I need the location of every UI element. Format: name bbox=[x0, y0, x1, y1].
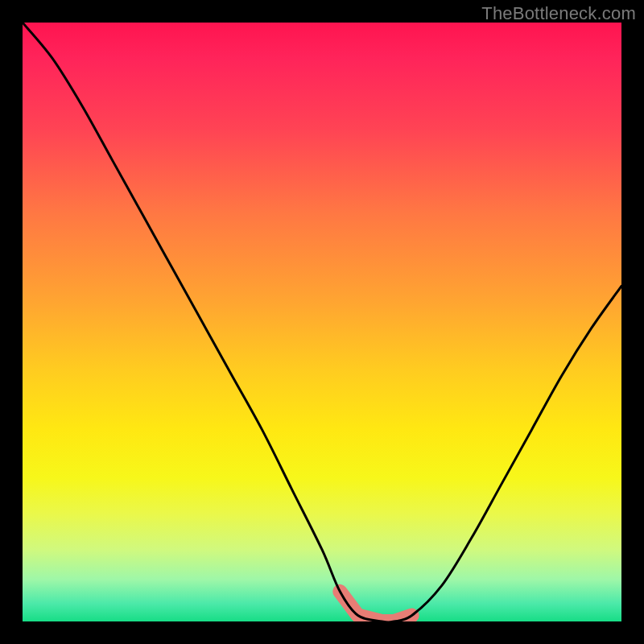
chart-frame: TheBottleneck.com bbox=[0, 0, 644, 644]
curve-svg bbox=[23, 23, 621, 621]
watermark-text: TheBottleneck.com bbox=[481, 3, 636, 24]
bottleneck-curve-line bbox=[23, 23, 621, 621]
plot-area bbox=[23, 23, 621, 621]
